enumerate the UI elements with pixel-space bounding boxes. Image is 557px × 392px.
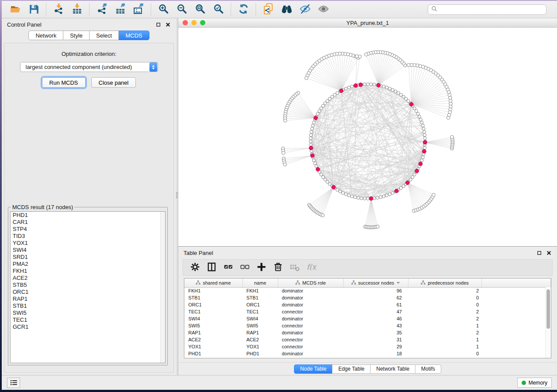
shared-column-icon bbox=[196, 280, 201, 285]
mcds-result-item[interactable]: RAP1 bbox=[10, 296, 165, 303]
table-row[interactable]: YOX1YOX1connector291 bbox=[184, 343, 551, 350]
dropdown-stepper-icon bbox=[149, 62, 157, 72]
mcds-result-item[interactable]: YOX1 bbox=[10, 240, 165, 247]
zoom-out-button[interactable] bbox=[173, 2, 191, 17]
mcds-result-item[interactable]: GCR1 bbox=[10, 323, 165, 330]
mcds-result-item[interactable]: FKH1 bbox=[10, 268, 165, 275]
network-graph[interactable] bbox=[178, 28, 557, 246]
table-row[interactable]: ACE2ACE2connector311 bbox=[184, 336, 551, 343]
tab-mcds[interactable]: MCDS bbox=[119, 31, 149, 40]
mcds-list-scrollbar[interactable] bbox=[160, 212, 165, 363]
zoom-fit-button[interactable] bbox=[191, 2, 209, 17]
tab-network-table[interactable]: Network Table bbox=[370, 364, 415, 374]
mcds-result-item[interactable]: TEC1 bbox=[10, 316, 165, 323]
optimization-criterion-label: Optimization criterion: bbox=[4, 51, 173, 57]
memory-button[interactable]: Memory bbox=[517, 378, 552, 388]
mcds-result-item[interactable]: ORC1 bbox=[10, 289, 165, 296]
column-header[interactable]: predecessor nodes bbox=[408, 279, 481, 287]
graph-leaf-nodes[interactable] bbox=[281, 51, 454, 229]
filler-column-header bbox=[481, 279, 551, 287]
mcds-result-item[interactable]: PHD1 bbox=[10, 212, 165, 219]
table-row[interactable]: TEC1TEC1connector472 bbox=[184, 308, 551, 315]
toggle-graphics-details-button[interactable] bbox=[296, 2, 314, 17]
tab-network[interactable]: Network bbox=[28, 31, 63, 40]
tab-edge-table[interactable]: Edge Table bbox=[332, 364, 370, 374]
table-scrollbar-thumb[interactable] bbox=[547, 289, 550, 329]
mcds-result-list[interactable]: PHD1CAR1STP4TID3YOX1SWI4SRD1PMA2FKH1ACE2… bbox=[10, 211, 166, 363]
float-table-panel-button[interactable] bbox=[536, 250, 542, 256]
column-label: successor nodes bbox=[358, 280, 394, 285]
close-window-button[interactable] bbox=[183, 20, 188, 25]
panel-splitter[interactable] bbox=[176, 18, 178, 375]
export-table-button[interactable] bbox=[111, 2, 129, 17]
table-scrollbar[interactable] bbox=[545, 287, 551, 358]
column-header[interactable]: shared name bbox=[184, 279, 242, 287]
mcds-result-item[interactable]: STB5 bbox=[10, 282, 165, 289]
mcds-result-item[interactable]: CAR1 bbox=[10, 219, 165, 226]
selected-criterion-value: largest connected component (undirected) bbox=[21, 64, 149, 70]
run-mcds-button[interactable]: Run MCDS bbox=[42, 77, 86, 88]
workspace: Control Panel NetworkStyleSelectMCDS Opt… bbox=[2, 18, 557, 375]
search-input[interactable] bbox=[439, 7, 543, 13]
mcds-result-item[interactable]: SRD1 bbox=[10, 254, 165, 261]
maximize-window-button[interactable] bbox=[200, 20, 205, 25]
table-row[interactable]: SWI5SWI5connector431 bbox=[184, 322, 551, 329]
save-session-icon bbox=[28, 3, 40, 16]
table-row[interactable]: FKH1FKH1dominator962 bbox=[184, 287, 551, 294]
table-row[interactable]: RAP1RAP1dominator352 bbox=[184, 329, 551, 336]
tab-select[interactable]: Select bbox=[90, 31, 119, 40]
network-view-panel: YPA_prune.txt_1 bbox=[178, 18, 557, 247]
add-column-button[interactable] bbox=[254, 261, 269, 274]
zoom-selected-button[interactable] bbox=[209, 2, 228, 17]
deselect-all-icon bbox=[239, 261, 250, 274]
delete-column-button[interactable] bbox=[270, 261, 285, 274]
search-field[interactable] bbox=[428, 4, 547, 15]
table-row[interactable]: PHD1PHD1dominator180 bbox=[184, 350, 551, 357]
select-all-button[interactable] bbox=[221, 261, 235, 274]
tab-node-table[interactable]: Node Table bbox=[294, 364, 333, 374]
cytoscape-window: Control Panel NetworkStyleSelectMCDS Opt… bbox=[2, 1, 557, 390]
tab-style[interactable]: Style bbox=[63, 31, 90, 40]
mcds-result-item[interactable]: SWI5 bbox=[10, 309, 165, 316]
mcds-result-item[interactable]: SWI4 bbox=[10, 247, 165, 254]
column-chooser-button[interactable] bbox=[204, 261, 219, 274]
delete-table-icon bbox=[289, 261, 300, 274]
export-image-button[interactable] bbox=[129, 2, 148, 17]
birds-eye-view-button[interactable] bbox=[314, 2, 332, 17]
zoom-in-button[interactable] bbox=[154, 2, 173, 17]
deselect-all-button[interactable] bbox=[237, 261, 252, 274]
sort-chevron-icon[interactable] bbox=[396, 281, 400, 285]
mcds-result-item[interactable]: STP4 bbox=[10, 226, 165, 233]
table-row[interactable]: STB1STB1dominator620 bbox=[184, 294, 551, 301]
find-binoculars-button[interactable] bbox=[277, 2, 296, 17]
mcds-result-item[interactable]: PMA2 bbox=[10, 261, 165, 268]
clone-network-button[interactable] bbox=[259, 2, 277, 17]
column-header[interactable]: successor nodes bbox=[343, 279, 408, 287]
mcds-result-title: MCDS result (17 nodes) bbox=[11, 204, 74, 210]
mcds-result-item[interactable]: TID3 bbox=[10, 233, 165, 240]
task-history-button[interactable] bbox=[7, 378, 20, 388]
column-header[interactable]: name bbox=[242, 279, 278, 287]
export-network-icon bbox=[96, 3, 108, 16]
settings-gear-button[interactable] bbox=[187, 261, 202, 274]
refresh-view-button[interactable] bbox=[234, 2, 253, 17]
minimize-window-button[interactable] bbox=[191, 20, 197, 25]
save-session-button[interactable] bbox=[24, 2, 43, 17]
tab-motifs[interactable]: Motifs bbox=[415, 364, 441, 374]
close-table-panel-button[interactable] bbox=[546, 250, 552, 256]
mcds-result-item[interactable]: ACE2 bbox=[10, 275, 165, 282]
mcds-result-item[interactable]: STB1 bbox=[10, 303, 165, 309]
shared-column-icon bbox=[421, 280, 426, 285]
export-network-button[interactable] bbox=[93, 2, 111, 17]
table-row[interactable]: SWI4SWI4dominator462 bbox=[184, 315, 551, 322]
close-panel-action-button[interactable]: Close panel bbox=[91, 77, 136, 88]
import-table-button[interactable] bbox=[68, 2, 86, 17]
import-network-button[interactable] bbox=[49, 2, 68, 17]
column-header[interactable]: MCDS role bbox=[278, 279, 343, 287]
float-panel-button[interactable] bbox=[155, 21, 161, 28]
network-canvas[interactable] bbox=[178, 28, 557, 246]
optimization-criterion-select[interactable]: largest connected component (undirected) bbox=[20, 62, 158, 72]
open-file-button[interactable] bbox=[6, 2, 24, 17]
close-panel-button[interactable] bbox=[165, 21, 171, 28]
table-row[interactable]: ORC1ORC1dominator610 bbox=[184, 301, 551, 308]
